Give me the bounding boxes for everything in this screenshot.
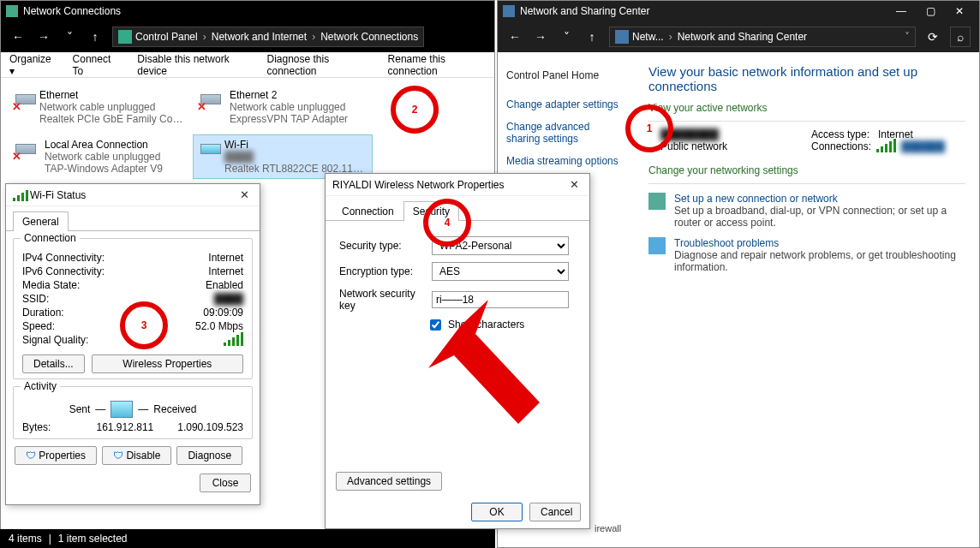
forward-icon[interactable]: →: [532, 30, 549, 44]
speed-value: 52.0 Mbps: [195, 320, 243, 332]
status-bar: 4 items | 1 item selected: [0, 529, 495, 548]
computer-icon: [111, 401, 133, 418]
close-button[interactable]: Close: [200, 474, 251, 492]
breadcrumb-item[interactable]: Netw...: [632, 31, 664, 43]
tab-general[interactable]: General: [13, 211, 69, 231]
change-settings-heading: Change your networking settings: [648, 164, 965, 176]
speed-label: Speed:: [22, 320, 55, 332]
close-icon[interactable]: ✕: [236, 188, 253, 201]
disconnected-icon: ✕: [12, 150, 21, 163]
bytes-label: Bytes:: [22, 421, 51, 433]
breadcrumb-item[interactable]: Control Panel: [135, 31, 198, 43]
connect-to-button[interactable]: Connect To: [73, 53, 119, 77]
cancel-button[interactable]: Cancel: [529, 503, 581, 521]
tab-security[interactable]: Security: [403, 201, 459, 221]
back-icon[interactable]: ←: [9, 30, 27, 44]
signal-icon: [224, 334, 243, 346]
connection-adapter: ExpressVPN TAP Adapter: [230, 113, 348, 125]
connection-status: Network cable unplugged: [230, 101, 348, 113]
bytes-received: 1.090.109.523: [177, 421, 243, 433]
advanced-settings-button[interactable]: Advanced settings: [336, 472, 442, 491]
setup-icon: [648, 193, 666, 210]
control-panel-home-link[interactable]: Control Panel Home: [506, 64, 626, 86]
page-heading: View your basic network information and …: [648, 64, 965, 93]
breadcrumb-icon: [118, 30, 132, 44]
connection-adapter: Realtek PCIe GbE Family Controller: [39, 113, 183, 125]
group-heading: Connection: [21, 232, 80, 244]
back-icon[interactable]: ←: [506, 30, 523, 44]
change-sharing-link[interactable]: Change advanced sharing settings: [506, 116, 626, 150]
encryption-type-label: Encryption type:: [339, 265, 425, 277]
network-name: ████████: [660, 128, 811, 140]
breadcrumb-item[interactable]: Network and Internet: [212, 31, 307, 43]
breadcrumb[interactable]: Control Panel› Network and Internet› Net…: [112, 27, 424, 47]
connection-item-lac[interactable]: ✕ Local Area Connection Network cable un…: [8, 134, 188, 179]
troubleshoot-task[interactable]: Troubleshoot problems Diagnose and repai…: [648, 237, 965, 273]
details-button[interactable]: Details...: [22, 354, 85, 373]
dialog-title-bar: Wi-Fi Status ✕: [6, 184, 260, 206]
disable-device-button[interactable]: Disable this network device: [137, 53, 248, 77]
media-streaming-link[interactable]: Media streaming options: [506, 150, 626, 172]
app-icon: [6, 5, 18, 17]
nav-bar: ← → ˅ ↑ Control Panel› Network and Inter…: [1, 21, 494, 52]
task-desc: Set up a broadband, dial-up, or VPN conn…: [674, 205, 965, 229]
connection-item-ethernet2[interactable]: ✕ Ethernet 2 Network cable unplugged Exp…: [193, 85, 373, 129]
signal-icon: [876, 140, 896, 152]
security-type-label: Security type:: [339, 240, 425, 252]
media-label: Media State:: [22, 279, 80, 291]
ssid-value: ████: [214, 293, 243, 305]
wireless-properties-button[interactable]: Wireless Properties: [92, 354, 243, 373]
change-adapter-link[interactable]: Change adapter settings: [506, 93, 626, 116]
properties-button[interactable]: 🛡 Properties: [15, 446, 97, 465]
search-icon[interactable]: ⌕: [950, 27, 971, 47]
show-characters-checkbox[interactable]: [430, 319, 441, 331]
up-icon[interactable]: ↑: [87, 30, 104, 44]
connections-label: Connections:: [811, 140, 871, 152]
duration-value: 09:09:09: [203, 307, 243, 319]
network-key-input[interactable]: [432, 291, 569, 308]
connection-name: Ethernet: [39, 89, 183, 101]
dialog-title: Wi-Fi Status: [30, 189, 86, 201]
diagnose-connection-button[interactable]: Diagnose this connection: [266, 53, 368, 77]
diagnose-button[interactable]: Diagnose: [176, 446, 242, 465]
encryption-type-select[interactable]: AES: [432, 262, 569, 281]
nav-bar: ← → ˅ ↑ Netw...› Network and Sharing Cen…: [498, 21, 979, 52]
breadcrumb-item[interactable]: Network and Sharing Center: [678, 31, 807, 43]
ok-button[interactable]: OK: [471, 503, 523, 521]
security-type-select[interactable]: WPA2-Personal: [432, 236, 569, 255]
recent-icon[interactable]: ˅: [558, 30, 575, 44]
up-icon[interactable]: ↑: [583, 30, 601, 44]
ssid-label: SSID:: [22, 293, 49, 305]
connection-link[interactable]: ██████: [901, 140, 945, 152]
connection-status: ████: [224, 151, 368, 163]
window-title: Network and Sharing Center: [520, 5, 649, 17]
bytes-sent: 161.912.811: [97, 421, 154, 433]
recent-icon[interactable]: ˅: [61, 30, 78, 44]
forward-icon[interactable]: →: [35, 30, 52, 44]
disable-button[interactable]: 🛡 Disable: [102, 446, 171, 465]
setup-connection-task[interactable]: Set up a new connection or network Set u…: [648, 193, 965, 229]
signal-icon: [13, 189, 25, 201]
breadcrumb-item[interactable]: Network Connections: [320, 31, 418, 43]
minimize-button[interactable]: —: [887, 2, 916, 21]
tab-connection[interactable]: Connection: [332, 201, 403, 221]
organize-menu[interactable]: Organize ▾: [9, 53, 54, 77]
media-value: Enabled: [206, 279, 243, 291]
wireless-properties-dialog: RIYALDI Wireless Network Properties ✕ Co…: [325, 173, 590, 529]
rename-connection-button[interactable]: Rename this connection: [388, 53, 486, 77]
breadcrumb[interactable]: Netw...› Network and Sharing Center ˅: [609, 27, 916, 47]
refresh-icon[interactable]: ⟳: [924, 30, 941, 44]
access-type-label: Access type:: [811, 128, 869, 140]
network-type: Public network: [660, 140, 811, 152]
active-networks-heading: View your active networks: [648, 102, 965, 114]
connection-adapter: TAP-Windows Adapter V9: [45, 163, 163, 175]
maximize-button[interactable]: ▢: [916, 2, 945, 21]
connection-item-ethernet[interactable]: ✕ Ethernet Network cable unplugged Realt…: [8, 85, 188, 129]
tab-strip: General: [6, 206, 260, 231]
connection-status: Network cable unplugged: [39, 101, 183, 113]
close-icon[interactable]: ✕: [566, 178, 583, 191]
app-icon: [503, 5, 515, 17]
close-button[interactable]: ✕: [945, 2, 974, 21]
status-items: 4 items: [9, 533, 42, 545]
task-title: Set up a new connection or network: [674, 193, 965, 205]
